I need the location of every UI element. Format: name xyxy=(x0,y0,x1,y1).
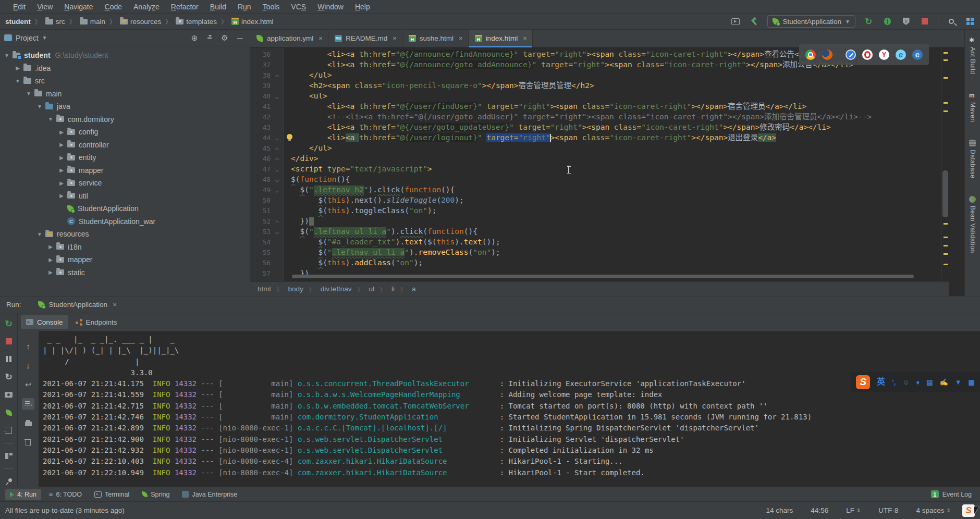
yandex-browser-icon[interactable]: Y xyxy=(879,50,889,60)
status-item-44-56[interactable]: 44:56 xyxy=(811,506,828,514)
tree-item-main[interactable]: ▼main xyxy=(0,88,250,101)
collapsed-arrow-icon[interactable]: ▶ xyxy=(58,155,65,160)
breadcrumb-item[interactable]: Hindex.html xyxy=(230,18,275,26)
collapsed-arrow-icon[interactable]: ▶ xyxy=(58,193,65,199)
thread-dump-camera-icon[interactable] xyxy=(3,390,15,400)
console-output[interactable]: _ _ |_ _ _|_. ___ _ | _ | | |\/| ) (_| |… xyxy=(39,331,980,487)
tool-window-button-terminal[interactable]: >_Terminal xyxy=(90,489,134,500)
pause-output-button[interactable] xyxy=(3,354,15,364)
expanded-arrow-icon[interactable]: ▼ xyxy=(47,116,54,122)
chrome-browser-icon[interactable] xyxy=(805,50,816,60)
status-item-4-spaces[interactable]: 4 spaces⇕ xyxy=(916,506,951,514)
restart-button[interactable]: ↻ xyxy=(3,372,15,382)
prev-occurrence-icon[interactable]: ↑ xyxy=(22,340,34,352)
fold-marker[interactable] xyxy=(274,185,280,194)
tree-item-i18n[interactable]: ▶i18n xyxy=(0,241,250,254)
expanded-arrow-icon[interactable]: ▼ xyxy=(36,231,43,237)
close-icon[interactable]: × xyxy=(318,34,323,42)
build-hammer-icon[interactable] xyxy=(749,16,760,27)
close-icon[interactable]: × xyxy=(113,301,117,308)
run-configuration-tab[interactable]: StudentApplication × xyxy=(33,296,122,313)
tree-item-mapper[interactable]: ▶mapper xyxy=(0,253,250,266)
collapsed-arrow-icon[interactable]: ▶ xyxy=(58,142,65,147)
menu-item-view[interactable]: View xyxy=(31,2,58,12)
menu-item-help[interactable]: Help xyxy=(349,2,376,12)
opera-browser-icon[interactable] xyxy=(862,50,873,60)
editor-area[interactable]: application.yml×MDREADME.md×Hsushe.html×… xyxy=(250,30,964,296)
locate-file-icon[interactable]: ⊕ xyxy=(189,34,200,42)
fold-marker[interactable] xyxy=(274,216,280,226)
clear-all-icon[interactable] xyxy=(22,437,34,448)
stop-application-button[interactable] xyxy=(3,336,15,347)
tool-window-button-4-run[interactable]: 4: Run xyxy=(5,489,41,500)
menu-item-edit[interactable]: Edit xyxy=(7,2,31,12)
fold-marker[interactable] xyxy=(274,133,280,142)
collapsed-arrow-icon[interactable]: ▶ xyxy=(47,257,54,263)
firefox-browser-icon[interactable] xyxy=(822,50,832,60)
editor-tab-readme-md[interactable]: MDREADME.md× xyxy=(328,30,402,47)
tree-item-util[interactable]: ▶util xyxy=(0,190,250,203)
expanded-arrow-icon[interactable]: ▼ xyxy=(3,53,10,58)
next-occurrence-icon[interactable]: ↓ xyxy=(22,360,34,371)
rerun-application-button[interactable]: ↻ xyxy=(3,318,15,329)
safari-browser-icon[interactable] xyxy=(846,50,856,60)
tool-window-button-6-todo[interactable]: ≡6: TODO xyxy=(44,489,87,500)
tree-item-student[interactable]: ▼studentG:\study\student xyxy=(0,49,250,62)
collapsed-arrow-icon[interactable]: ▶ xyxy=(58,167,65,173)
tool-button-database[interactable]: Database xyxy=(969,140,976,178)
fold-marker[interactable] xyxy=(274,175,280,184)
status-item-lf[interactable]: LF⇕ xyxy=(846,506,861,514)
collapsed-arrow-icon[interactable]: ▶ xyxy=(47,244,54,250)
project-structure-icon[interactable] xyxy=(964,16,976,27)
horizontal-scrollbar[interactable] xyxy=(292,275,933,278)
ie-browser-icon[interactable]: e xyxy=(896,50,906,60)
scroll-to-end-icon[interactable] xyxy=(22,398,34,410)
print-icon[interactable] xyxy=(22,417,34,429)
chevron-down-icon[interactable]: ▼ xyxy=(42,35,47,41)
collapsed-arrow-icon[interactable]: ▶ xyxy=(14,65,21,71)
collapsed-arrow-icon[interactable]: ▶ xyxy=(47,269,54,275)
menu-item-tools[interactable]: Tools xyxy=(257,2,286,12)
handwriting-icon[interactable]: ✍ xyxy=(939,379,948,386)
pin-tab-icon[interactable] xyxy=(3,476,15,487)
menu-item-build[interactable]: Build xyxy=(204,2,232,12)
tree-item-java[interactable]: ▼java xyxy=(0,100,250,113)
run-view-tab-endpoints[interactable]: Endpoints xyxy=(70,315,123,329)
breadcrumb-item[interactable]: templates xyxy=(175,18,218,26)
editor-breadcrumb-item[interactable]: div.leftnav xyxy=(321,285,352,293)
editor-tab-index-html[interactable]: Hindex.html× xyxy=(469,30,533,47)
menu-item-refactor[interactable]: Refactor xyxy=(165,2,204,12)
fold-marker[interactable] xyxy=(274,164,280,174)
collapse-all-icon[interactable] xyxy=(204,35,215,41)
expanded-arrow-icon[interactable]: ▼ xyxy=(14,78,21,84)
run-anything-icon[interactable] xyxy=(730,16,741,27)
skin-icon[interactable]: ▼ xyxy=(955,379,962,386)
fold-marker[interactable] xyxy=(274,154,280,163)
editor-breadcrumb-item[interactable]: ul xyxy=(369,285,375,293)
rerun-button[interactable]: ↻ xyxy=(863,16,874,27)
event-log-button[interactable]: 1 Event Log xyxy=(931,490,975,498)
tree-item-src[interactable]: ▼src xyxy=(0,75,250,88)
editor-tab-application-yml[interactable]: application.yml× xyxy=(250,30,328,47)
status-item-utf-8[interactable]: UTF-8 xyxy=(878,506,898,514)
tree-item-config[interactable]: ▶config xyxy=(0,126,250,139)
settings-gear-icon[interactable]: ⚙ xyxy=(219,34,230,42)
coverage-button[interactable] xyxy=(900,16,912,27)
close-icon[interactable]: × xyxy=(393,34,397,42)
expanded-arrow-icon[interactable]: ▼ xyxy=(25,91,32,96)
editor-breadcrumb-item[interactable]: html xyxy=(258,285,271,293)
tool-window-button-java-enterprise[interactable]: Java Enterprise xyxy=(177,489,242,500)
tree-item-studentapplication[interactable]: StudentApplication xyxy=(0,202,250,215)
status-item-14-chars[interactable]: 14 chars xyxy=(766,506,793,514)
editor-breadcrumb-item[interactable]: li xyxy=(391,285,395,293)
edge-browser-icon[interactable]: e xyxy=(912,50,923,60)
soft-wrap-icon[interactable]: ↩ xyxy=(22,379,34,390)
tree-item-resources[interactable]: ▼resources xyxy=(0,228,250,241)
tree-item-entity[interactable]: ▶entity xyxy=(0,151,250,164)
close-icon[interactable]: × xyxy=(523,34,527,42)
sogou-logo-icon[interactable]: S xyxy=(856,375,870,389)
vertical-scrollbar[interactable] xyxy=(942,170,948,217)
close-icon[interactable]: × xyxy=(459,34,463,42)
fold-marker[interactable] xyxy=(274,70,280,80)
menu-item-code[interactable]: Code xyxy=(99,2,128,12)
